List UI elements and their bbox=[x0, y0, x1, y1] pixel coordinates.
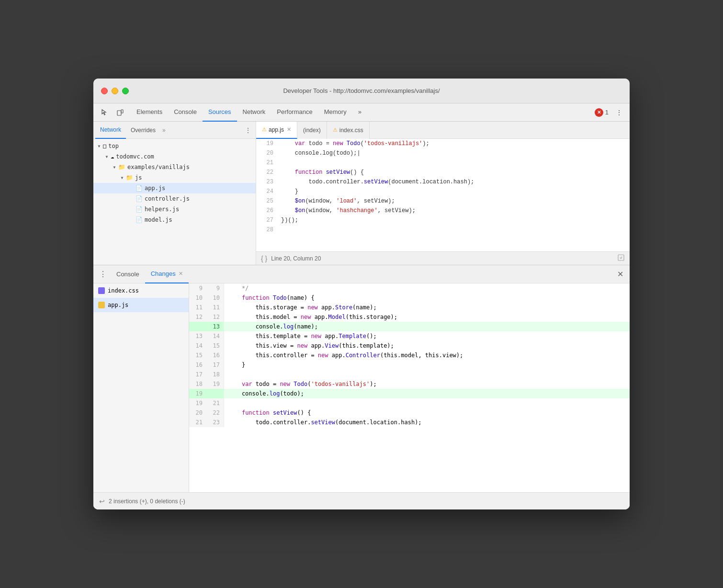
code-line-26: 26 $on(window, 'hashchange', setView); bbox=[256, 206, 630, 215]
tree-js-folder[interactable]: ▼ 📁 js bbox=[93, 172, 256, 183]
svg-rect-2 bbox=[618, 255, 624, 260]
code-line-21: 21 bbox=[256, 158, 630, 168]
tree-controllerjs[interactable]: 📄 controller.js bbox=[93, 193, 256, 204]
window-title: Developer Tools - http://todomvc.com/exa… bbox=[283, 87, 440, 94]
tab-network[interactable]: Network bbox=[237, 103, 271, 122]
bottom-tabs: ⋮ Console Changes ✕ ✕ bbox=[93, 265, 630, 283]
svg-rect-0 bbox=[117, 111, 121, 115]
code-line-28: 28 bbox=[256, 225, 630, 235]
sidebar-menu-icon[interactable]: ⋮ bbox=[242, 124, 254, 136]
changes-files-sidebar: index.css app.js bbox=[93, 283, 189, 492]
warn-icon-indexcss: ⚠ bbox=[333, 127, 338, 133]
tab-memory[interactable]: Memory bbox=[318, 103, 352, 122]
tab-elements[interactable]: Elements bbox=[131, 103, 168, 122]
editor-tab-appjs[interactable]: ⚠ app.js ✕ bbox=[256, 122, 297, 139]
sidebar-more-icon[interactable]: » bbox=[160, 127, 168, 134]
diff-line-5: 1314 this.template = new app.Template(); bbox=[189, 331, 630, 341]
more-options-icon[interactable]: ⋮ bbox=[612, 106, 626, 119]
warn-icon-appjs: ⚠ bbox=[262, 126, 267, 133]
tree-examples[interactable]: ▼ 📁 examples/vanillajs bbox=[93, 162, 256, 172]
tab-performance[interactable]: Performance bbox=[271, 103, 318, 122]
diff-line-added-13: 13 console.log(name); bbox=[189, 322, 630, 331]
js-file-icon bbox=[98, 302, 105, 308]
diff-line-13: 2123 todo.controller.setView(document.lo… bbox=[189, 418, 630, 427]
file-icon-helpersjs: 📄 bbox=[136, 206, 143, 213]
diff-line-6: 1415 this.view = new app.View(this.templ… bbox=[189, 341, 630, 351]
tab-icons bbox=[97, 106, 127, 119]
tree-modeljs[interactable]: 📄 model.js bbox=[93, 215, 256, 225]
tab-console[interactable]: Console bbox=[168, 103, 203, 122]
sidebar-actions: ⋮ bbox=[242, 124, 254, 136]
cloud-icon: ☁ bbox=[111, 153, 114, 160]
editor-tab-indexcss[interactable]: ⚠ index.css bbox=[327, 122, 370, 139]
diff-line-2: 1010 function Todo(name) { bbox=[189, 293, 630, 303]
device-icon[interactable] bbox=[113, 106, 127, 119]
code-editor: ⚠ app.js ✕ (index) ⚠ index.css 19 bbox=[256, 122, 630, 265]
tree-appjs[interactable]: 📄 app.js bbox=[93, 183, 256, 193]
folder-icon-js: 📁 bbox=[126, 174, 133, 181]
diff-line-12: 2022 function setView() { bbox=[189, 408, 630, 418]
error-indicator: ✕ 1 bbox=[595, 108, 609, 117]
changes-footer: ↩ 2 insertions (+), 0 deletions (-) bbox=[93, 492, 630, 509]
tab-changes[interactable]: Changes ✕ bbox=[145, 265, 189, 283]
tabs-right: ✕ 1 ⋮ bbox=[595, 106, 626, 119]
top-pane: Network Overrides » ⋮ ▼ □ top bbox=[93, 122, 630, 265]
code-line-24: 24 } bbox=[256, 187, 630, 196]
close-bottom-pane-icon[interactable]: ✕ bbox=[614, 269, 626, 280]
editor-status: { } Line 20, Column 20 bbox=[256, 251, 630, 265]
tab-sources[interactable]: Sources bbox=[203, 103, 237, 122]
changes-file-indexcss[interactable]: index.css bbox=[93, 283, 189, 298]
diff-line-4: 1212 this.model = new app.Model(this.sto… bbox=[189, 312, 630, 322]
bottom-tab-menu-icon[interactable]: ⋮ bbox=[97, 269, 109, 280]
code-line-23: 23 todo.controller.setView(document.loca… bbox=[256, 177, 630, 187]
file-tree: ▼ □ top ▼ ☁ todomvc.com ▼ 📁 examples/ bbox=[93, 139, 256, 265]
tab-console-bottom[interactable]: Console bbox=[111, 265, 145, 283]
diff-line-10: 1819 var todo = new Todo('todos-vanillaj… bbox=[189, 379, 630, 389]
file-icon-modeljs: 📄 bbox=[136, 216, 143, 223]
close-button[interactable] bbox=[101, 88, 108, 94]
changes-summary: 2 insertions (+), 0 deletions (-) bbox=[109, 498, 185, 505]
file-icon-appjs: 📄 bbox=[136, 185, 143, 192]
code-line-25: 25 $on(window, 'load', setView); bbox=[256, 196, 630, 206]
diff-line-8: 1617 } bbox=[189, 360, 630, 370]
tree-todomvc[interactable]: ▼ ☁ todomvc.com bbox=[93, 151, 256, 162]
tab-overrides-sidebar[interactable]: Overrides bbox=[126, 122, 160, 139]
tree-top[interactable]: ▼ □ top bbox=[93, 141, 256, 151]
diff-line-11: 1921 bbox=[189, 398, 630, 408]
cursor-icon[interactable] bbox=[97, 106, 111, 119]
maximize-button[interactable] bbox=[122, 88, 129, 94]
changes-panel: index.css app.js 99 */ bbox=[93, 283, 630, 492]
title-bar: Developer Tools - http://todomvc.com/exa… bbox=[93, 79, 630, 103]
css-file-icon bbox=[98, 287, 105, 294]
tab-network-sidebar[interactable]: Network bbox=[95, 122, 126, 139]
error-icon: ✕ bbox=[595, 108, 603, 117]
editor-tab-index[interactable]: (index) bbox=[297, 122, 327, 139]
undo-icon[interactable]: ↩ bbox=[99, 498, 105, 505]
tab-more[interactable]: » bbox=[352, 103, 367, 122]
tree-helpersjs[interactable]: 📄 helpers.js bbox=[93, 204, 256, 215]
close-changes-icon[interactable]: ✕ bbox=[179, 271, 183, 277]
diff-line-1: 99 */ bbox=[189, 283, 630, 293]
editor-tabs: ⚠ app.js ✕ (index) ⚠ index.css bbox=[256, 122, 630, 139]
editor-right-icon[interactable] bbox=[617, 254, 625, 263]
format-icon[interactable]: { } bbox=[261, 255, 267, 262]
minimize-button[interactable] bbox=[112, 88, 118, 94]
diff-line-9: 1718 bbox=[189, 370, 630, 379]
tree-arrow-todomvc: ▼ bbox=[103, 155, 111, 159]
close-appjs-icon[interactable]: ✕ bbox=[287, 126, 291, 133]
status-text: Line 20, Column 20 bbox=[271, 255, 321, 262]
code-line-20: 20 console.log(todo);| bbox=[256, 148, 630, 158]
diff-line-3: 1111 this.storage = new app.Store(name); bbox=[189, 303, 630, 312]
code-line-22: 22 function setView() { bbox=[256, 168, 630, 177]
code-line-19: 19 var todo = new Todo('todos-vanillajs'… bbox=[256, 139, 630, 148]
devtools-window: Developer Tools - http://todomvc.com/exa… bbox=[93, 79, 630, 509]
folder-icon: □ bbox=[103, 143, 106, 149]
tree-arrow-examples: ▼ bbox=[111, 165, 118, 170]
svg-rect-1 bbox=[121, 110, 123, 113]
diff-line-7: 1516 this.controller = new app.Controlle… bbox=[189, 351, 630, 360]
changes-file-appjs[interactable]: app.js bbox=[93, 298, 189, 312]
main-tabs: Elements Console Sources Network Perform… bbox=[93, 103, 630, 122]
tree-arrow-top: ▼ bbox=[95, 144, 103, 148]
file-icon-ctrljs: 📄 bbox=[136, 195, 143, 202]
code-area[interactable]: 19 var todo = new Todo('todos-vanillajs'… bbox=[256, 139, 630, 251]
